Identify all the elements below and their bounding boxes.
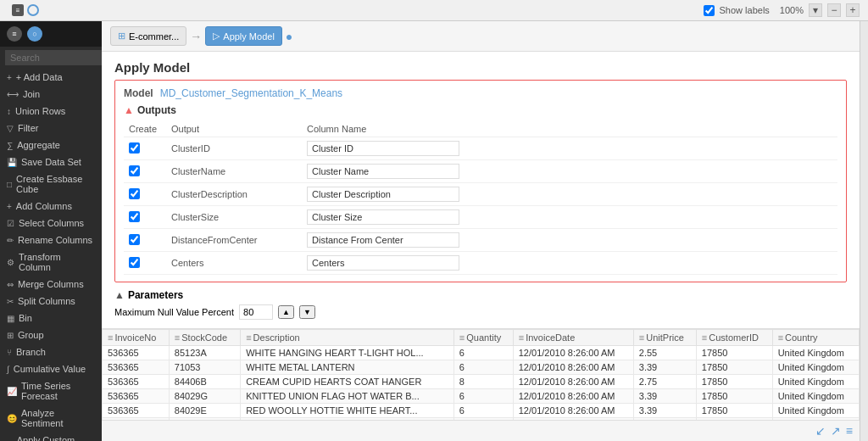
union-rows-icon: ↕ [7,107,11,116]
data-col-header: ≡InvoiceNo [103,330,170,346]
column-name-input-0[interactable] [307,141,459,156]
sidebar-item-bin[interactable]: ▦ Bin [0,310,102,327]
model-row: Model MD_Customer_Segmentation_K_Means [124,87,837,99]
workflow-node-ecommerce[interactable]: ⊞ E-commer... [110,26,186,46]
essbase-icon: □ [7,180,12,189]
aggregate-icon: ∑ [7,141,13,150]
column-name-input-4[interactable] [307,232,459,248]
output-checkbox-2[interactable] [129,188,140,199]
sidebar-item-transform-column[interactable]: ⚙ Transform Column [0,248,102,276]
sidebar-item-cumulative-value[interactable]: ∫ Cumulative Value [0,360,102,377]
column-name-input-2[interactable] [307,187,459,202]
sidebar-icon-1: ≡ [7,26,22,42]
sidebar-item-aggregate[interactable]: ∑ Aggregate [0,137,102,154]
analyze-sentiment-icon: 😊 [7,414,17,423]
sidebar-item-join[interactable]: ⟷ Join [0,86,102,103]
sidebar-item-rename-columns[interactable]: ✏ Rename Columns [0,232,102,248]
col-create: Create [124,121,166,137]
sidebar-item-analyze-sentiment[interactable]: 😊 Analyze Sentiment [0,405,102,432]
show-labels-checkbox[interactable] [704,5,715,16]
rename-columns-icon: ✏ [7,236,14,245]
workflow-node-apply-model[interactable]: ▷ Apply Model [205,26,282,46]
sidebar-item-save-data-set[interactable]: 💾 Save Data Set [0,154,102,170]
col-output: Output [166,121,302,137]
params-header: ▲ Parameters [114,289,847,301]
data-col-header: ≡InvoiceDate [513,330,633,346]
output-name-4: DistanceFromCenter [166,229,302,252]
sidebar-item-time-series[interactable]: 📈 Time Series Forecast [0,377,102,405]
output-checkbox-4[interactable] [129,234,140,245]
column-name-input-3[interactable] [307,209,459,225]
outputs-collapse-icon[interactable]: ▲ [124,104,134,116]
output-name-0: ClusterID [166,137,302,160]
zoom-in-btn[interactable]: + [846,3,860,17]
time-series-icon: 📈 [7,387,17,396]
sidebar-item-merge-columns[interactable]: ⇔ Merge Columns [0,276,102,293]
sidebar-item-group[interactable]: ⊞ Group [0,327,102,343]
ecommerce-node-icon: ⊞ [118,31,125,42]
model-label: Model [124,87,153,99]
outputs-header: ▲ Outputs [124,104,837,116]
max-null-input[interactable] [239,304,273,320]
workflow-arrow: → [190,30,202,43]
group-icon: ⊞ [7,331,14,340]
sidebar-item-union-rows[interactable]: ↕ Union Rows [0,103,102,120]
panel-title: Apply Model [102,52,860,80]
output-name-5: Centers [166,252,302,275]
data-col-header: ≡Country [772,330,859,346]
search-input[interactable] [5,50,102,65]
table-row: ClusterDescription [124,183,837,206]
output-checkbox-5[interactable] [129,257,140,268]
table-row: 53636584029GKNITTED UNION FLAG HOT WATER… [103,389,860,404]
max-null-label: Maximum Null Value Percent [114,307,234,317]
output-checkbox-1[interactable] [129,165,140,176]
output-checkbox-3[interactable] [129,211,140,222]
output-name-2: ClusterDescription [166,183,302,206]
zoom-out-btn[interactable]: − [827,3,841,17]
output-checkbox-0[interactable] [129,142,140,154]
workflow-bar: ⊞ E-commer... → ▷ Apply Model ● [102,21,860,52]
bin-icon: ▦ [7,314,14,323]
sidebar-item-essbase[interactable]: □ Create Essbase Cube [0,170,102,198]
bottom-bar: ↙ ↗ ≡ [102,420,860,441]
output-name-1: ClusterName [166,160,302,183]
params-collapse-icon[interactable]: ▲ [114,289,125,301]
sidebar-item-add-data[interactable]: + + Add Data [0,69,102,86]
bottom-icon-1[interactable]: ↙ [815,424,826,438]
params-up-btn[interactable]: ▲ [278,305,294,319]
table-row: ClusterSize [124,206,837,229]
bottom-icon-3[interactable]: ≡ [846,424,853,438]
sidebar-item-apply-custom-script[interactable]: {} Apply Custom Script [0,432,102,441]
zoom-dropdown-btn[interactable]: ▾ [809,3,822,17]
zoom-level: 100% [780,5,804,15]
table-row: ClusterID [124,137,837,160]
table-row: 53636585123AWHITE HANGING HEART T-LIGHT … [103,346,860,360]
data-col-header: ≡CustomerID [696,330,772,346]
column-name-input-1[interactable] [307,164,459,179]
sidebar-header: ≡ ○ [0,21,102,47]
transform-column-icon: ⚙ [7,258,14,267]
sidebar-item-add-columns[interactable]: + Add Columns [0,198,102,215]
table-row: 53636584406BCREAM CUPID HEARTS COAT HANG… [103,375,860,389]
save-dataset-icon: 💾 [7,158,17,167]
sidebar-item-split-columns[interactable]: ✂ Split Columns [0,293,102,310]
sidebar-item-select-columns[interactable]: ☑ Select Columns [0,215,102,232]
right-scrollbar [860,21,868,441]
table-row: Centers [124,252,837,275]
data-table-area: ≡InvoiceNo≡StockCode≡Description≡Quantit… [102,328,860,420]
select-columns-icon: ☑ [7,219,14,228]
filter-icon: ▽ [7,124,14,133]
sidebar-item-branch[interactable]: ⑂ Branch [0,343,102,360]
column-name-input-5[interactable] [307,255,459,271]
workflow-end-arrow: ● [286,30,292,43]
sidebar-item-filter[interactable]: ▽ Filter [0,120,102,137]
add-columns-icon: + [7,202,12,211]
bottom-icon-2[interactable]: ↗ [831,424,841,438]
params-down-btn[interactable]: ▼ [299,305,315,319]
apply-model-node-icon: ▷ [213,31,220,42]
data-table: ≡InvoiceNo≡StockCode≡Description≡Quantit… [102,329,860,420]
data-col-header: ≡Quantity [453,330,513,346]
global-topbar: ≡ Show labels 100% ▾ − + [0,0,868,21]
data-col-header: ≡UnitPrice [633,330,696,346]
model-value: MD_Customer_Segmentation_K_Means [160,87,342,99]
